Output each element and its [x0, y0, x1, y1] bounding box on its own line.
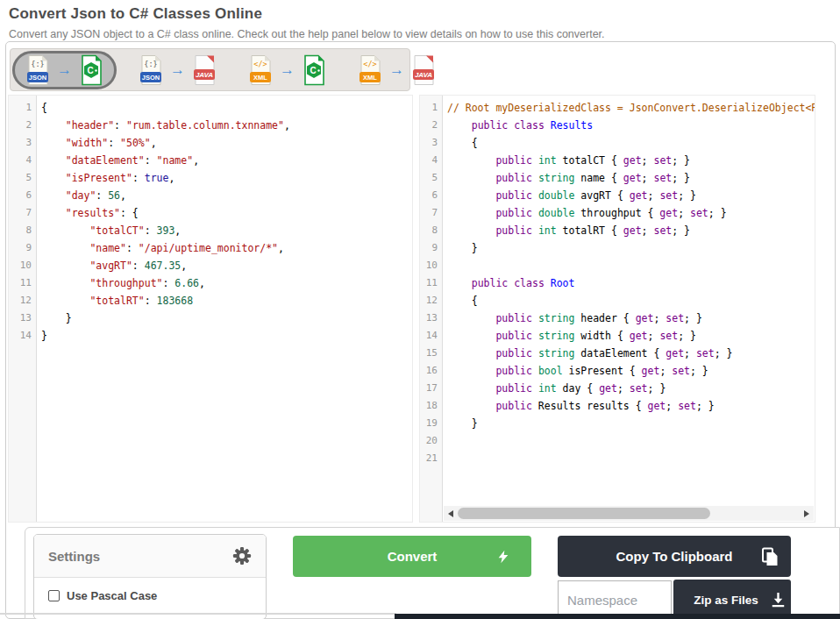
code-line: public int totalRT { get; set; } [447, 222, 815, 239]
csharp-output-editor[interactable]: 123456789101112131415161718192021 // Roo… [419, 95, 815, 523]
conversion-mode-toolbar: {:} JSON → C {:} JSON → [10, 48, 410, 91]
line-number: 8 [420, 222, 442, 239]
code-line: public int day { get; set; } [447, 380, 815, 397]
line-number: 1 [420, 99, 442, 117]
code-line: "dataElement": "name", [41, 152, 412, 169]
json-editor-code[interactable]: { "header": "rum.table.column.txnname", … [37, 96, 412, 522]
code-line: public string header { get; set; } [447, 310, 815, 327]
line-number: 16 [420, 362, 442, 380]
java-file-icon: JAVA [412, 54, 435, 86]
line-number: 11 [9, 274, 36, 292]
json-editor-gutter: 1234567891011121314 [9, 96, 37, 522]
svg-text:</>: </> [363, 60, 376, 68]
code-line: public class Root [447, 274, 815, 292]
mode-xml-to-csharp[interactable]: </> XML → C [238, 51, 336, 89]
code-line: public string dataElement { get; set; } [447, 345, 815, 362]
line-number: 4 [420, 152, 442, 169]
json-file-icon: {:} JSON [26, 54, 49, 86]
horizontal-scrollbar[interactable] [444, 506, 814, 521]
download-icon [770, 592, 787, 608]
line-number: 21 [420, 450, 442, 467]
line-number: 3 [420, 134, 442, 152]
arrow-icon: → [389, 62, 404, 77]
code-line: } [41, 327, 412, 345]
line-number: 17 [420, 380, 442, 397]
settings-card: Settings Use Pascal Case [33, 534, 267, 619]
svg-text:{:}: {:} [31, 60, 44, 68]
svg-text:XML: XML [363, 74, 377, 82]
use-pascal-case-label: Use Pascal Case [67, 589, 157, 602]
csharp-editor-gutter: 123456789101112131415161718192021 [420, 96, 443, 522]
line-number: 14 [9, 327, 36, 345]
svg-text:C: C [87, 65, 93, 75]
code-line: public bool isPresent { get; set; } [447, 362, 815, 380]
line-number: 12 [420, 292, 442, 310]
json-input-editor[interactable]: 1234567891011121314 { "header": "rum.tab… [8, 95, 413, 523]
code-line: "results": { [41, 204, 412, 222]
svg-text:{:}: {:} [144, 60, 157, 68]
json-file-icon: {:} JSON [139, 54, 162, 86]
svg-text:JSON: JSON [29, 74, 46, 82]
code-line: } [41, 310, 412, 327]
code-line: public string name { get; set; } [447, 169, 815, 187]
code-line: "day": 56, [41, 187, 412, 204]
line-number: 19 [420, 415, 442, 432]
mode-xml-to-java[interactable]: </> XML → JAVA [348, 51, 445, 89]
arrow-icon: → [170, 62, 185, 77]
line-number: 12 [9, 292, 36, 310]
line-number: 7 [420, 204, 442, 222]
code-line: public Results results { get; set; } [447, 397, 815, 415]
line-number: 5 [9, 169, 36, 187]
line-number: 6 [9, 187, 36, 204]
code-line: "totalCT": 393, [41, 222, 412, 239]
code-line: } [447, 415, 815, 432]
code-line: "header": "rum.table.column.txnname", [41, 117, 412, 134]
line-number: 9 [420, 239, 442, 257]
code-line [447, 257, 815, 274]
copy-button-label: Copy To Clipboard [616, 549, 732, 564]
xml-file-icon: </> XML [249, 54, 272, 86]
code-line: { [41, 99, 412, 117]
code-line: } [447, 239, 815, 257]
code-line: "width": "50%", [41, 134, 412, 152]
code-line: public class Results [447, 117, 815, 134]
convert-button[interactable]: Convert [293, 536, 531, 577]
code-line: public string width { get; set; } [447, 327, 815, 345]
help-panel-edge [395, 614, 840, 619]
line-number: 10 [420, 257, 442, 274]
code-line: public int totalCT { get; set; } [447, 152, 815, 169]
code-line: { [447, 292, 815, 310]
csharp-editor-code[interactable]: // Root myDeserializedClass = JsonConver… [443, 96, 815, 522]
svg-text:JAVA: JAVA [196, 71, 213, 79]
gear-icon[interactable] [232, 546, 252, 566]
use-pascal-case-checkbox[interactable] [48, 590, 60, 601]
scroll-left-arrow-icon[interactable] [444, 506, 458, 521]
line-number: 13 [420, 310, 442, 327]
code-line: "avgRT": 467.35, [41, 257, 412, 274]
line-number: 20 [420, 432, 442, 450]
code-line: public double throughput { get; set; } [447, 204, 815, 222]
line-number: 7 [9, 204, 36, 222]
settings-header[interactable]: Settings [34, 535, 266, 578]
bottom-divider [0, 613, 396, 615]
mode-json-to-java[interactable]: {:} JSON → JAVA [129, 51, 226, 89]
code-line: public double avgRT { get; set; } [447, 187, 815, 204]
convert-button-label: Convert [388, 549, 438, 564]
copy-to-clipboard-button[interactable]: Copy To Clipboard [558, 536, 791, 577]
line-number: 2 [420, 117, 442, 134]
line-number: 13 [9, 310, 36, 327]
java-file-icon: JAVA [193, 54, 216, 86]
svg-text:JAVA: JAVA [415, 71, 432, 79]
line-number: 3 [9, 134, 36, 152]
mode-json-to-csharp[interactable]: {:} JSON → C [12, 51, 117, 89]
code-line: // Root myDeserializedClass = JsonConver… [447, 99, 815, 117]
svg-text:C: C [310, 65, 316, 75]
scroll-right-arrow-icon[interactable] [800, 506, 814, 521]
arrow-icon: → [280, 62, 295, 77]
scrollbar-thumb[interactable] [458, 508, 710, 519]
line-number: 11 [420, 274, 442, 292]
svg-text:XML: XML [253, 74, 267, 82]
settings-body: Use Pascal Case [34, 578, 266, 614]
settings-title: Settings [48, 549, 100, 564]
bottom-controls-panel: Settings Use Pascal Case Convert Co [25, 527, 840, 619]
